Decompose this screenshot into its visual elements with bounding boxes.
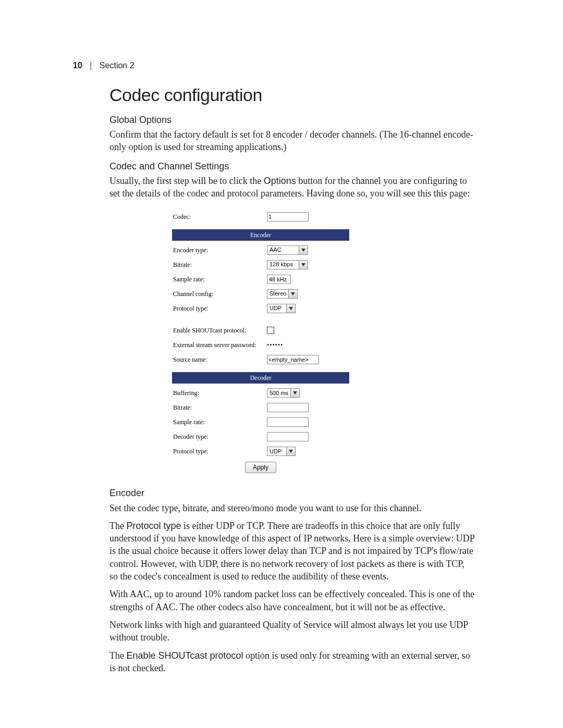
channel-config-select[interactable]: Stereo	[267, 289, 298, 299]
text: Usually, the first step will be to click…	[109, 176, 264, 186]
ext-password-value: ••••••	[267, 341, 283, 349]
page-header: 10 | Section 2	[73, 60, 134, 71]
decoder-buffering-select[interactable]: 500 ms	[267, 388, 300, 398]
svg-marker-2	[291, 292, 295, 295]
label-encoder-type: Encoder type:	[173, 246, 267, 254]
para-encoder-2: The Protocol type is either UDP or TCP. …	[109, 520, 474, 583]
heading-codec-channel: Codec and Channel Settings	[109, 160, 474, 172]
label-decoder-samplerate: Sample rate:	[173, 418, 267, 426]
para-encoder-1: Set the codec type, bitrate, and stereo/…	[109, 502, 474, 514]
row-decoder-bitrate: Bitrate:	[172, 400, 349, 415]
para-global-options: Confirm that the factory default is set …	[109, 128, 474, 154]
row-decoder-buffering: Buffering: 500 ms	[172, 386, 349, 400]
encoder-type-select[interactable]: AAC	[267, 245, 308, 255]
encoder-samplerate-value: 48 kHz	[267, 275, 291, 284]
svg-marker-4	[293, 391, 297, 394]
shoutcast-option-ref: Enable SHOUTcast protocol	[126, 650, 243, 661]
label-source-name: Source name:	[173, 355, 267, 364]
chevron-down-icon	[299, 261, 308, 269]
codec-options-form: Codec: Encoder Encoder type: AAC Bitrate…	[172, 209, 349, 475]
encoder-bitrate-value: 128 kbps	[267, 261, 299, 268]
chevron-down-icon	[286, 447, 295, 455]
label-channel-config: Channel config:	[173, 290, 267, 298]
decoder-section-header: Decoder	[172, 372, 349, 384]
decoder-buffering-value: 500 ms	[267, 389, 290, 397]
row-decoder-type: Decoder type:	[172, 429, 349, 444]
row-encoder-samplerate: Sample rate: 48 kHz	[172, 272, 349, 287]
label-encoder-bitrate: Bitrate:	[173, 261, 267, 269]
row-encoder-protocol: Protocol type: UDP	[172, 301, 349, 316]
row-ext-password: External stream server password: ••••••	[172, 338, 349, 352]
encoder-bitrate-select[interactable]: 128 kbps	[267, 260, 308, 269]
channel-config-value: Stereo	[267, 290, 288, 298]
row-decoder-protocol: Protocol type: UDP	[172, 444, 349, 459]
shoutcast-checkbox[interactable]	[267, 327, 274, 334]
header-separator: |	[90, 60, 92, 71]
row-decoder-samplerate: Sample rate:	[172, 415, 349, 429]
label-decoder-buffering: Buffering:	[173, 389, 267, 397]
row-codec: Codec:	[172, 209, 349, 224]
text: The	[109, 650, 126, 661]
codec-input[interactable]	[267, 212, 309, 221]
label-encoder-protocol: Protocol type:	[173, 304, 267, 313]
para-codec-channel: Usually, the first step will be to click…	[109, 175, 474, 200]
decoder-protocol-value: UDP	[267, 448, 286, 455]
content-body: Codec configuration Global Options Confi…	[109, 83, 474, 674]
chevron-down-icon	[290, 389, 299, 397]
svg-marker-1	[301, 263, 305, 266]
row-shoutcast: Enable SHOUTcast protocol:	[172, 323, 349, 338]
label-ext-password: External stream server password:	[173, 341, 267, 349]
row-channel-config: Channel config: Stereo	[172, 287, 349, 301]
encoder-protocol-select[interactable]: UDP	[267, 304, 296, 313]
page-number: 10	[73, 61, 82, 70]
label-codec: Codec:	[173, 213, 267, 221]
label-shoutcast: Enable SHOUTcast protocol:	[173, 326, 267, 335]
row-source-name: Source name:	[172, 352, 349, 367]
label-decoder-type: Decoder type:	[173, 433, 267, 441]
encoder-protocol-value: UDP	[267, 304, 286, 312]
svg-marker-0	[301, 249, 305, 252]
para-encoder-4: Network links with high and guaranteed Q…	[109, 619, 474, 644]
label-decoder-bitrate: Bitrate:	[173, 403, 267, 412]
decoder-samplerate-input[interactable]	[267, 417, 309, 427]
decoder-protocol-select[interactable]: UDP	[267, 447, 296, 456]
document-page: 10 | Section 2 Codec configuration Globa…	[0, 0, 563, 728]
page-title: Codec configuration	[109, 83, 474, 107]
heading-encoder: Encoder	[109, 487, 474, 499]
source-name-input[interactable]	[267, 355, 319, 364]
section-label: Section 2	[100, 61, 134, 70]
encoder-type-value: AAC	[267, 246, 299, 254]
label-encoder-samplerate: Sample rate:	[173, 275, 267, 283]
para-encoder-5: The Enable SHOUTcast protocol option is …	[109, 649, 474, 675]
svg-marker-5	[289, 450, 293, 453]
chevron-down-icon	[288, 290, 297, 298]
options-button-ref: Options	[264, 176, 296, 186]
heading-global-options: Global Options	[109, 114, 474, 126]
apply-button[interactable]: Apply	[245, 462, 276, 473]
svg-marker-3	[289, 307, 293, 310]
label-decoder-protocol: Protocol type:	[173, 447, 267, 455]
decoder-bitrate-input[interactable]	[267, 403, 309, 412]
row-encoder-type: Encoder type: AAC	[172, 243, 349, 257]
encoder-section-header: Encoder	[172, 229, 349, 241]
para-encoder-3: With AAC, up to around 10% random packet…	[109, 588, 474, 613]
chevron-down-icon	[299, 246, 308, 254]
chevron-down-icon	[286, 304, 295, 313]
protocol-type-ref: Protocol type	[126, 521, 181, 531]
text: The	[109, 521, 126, 531]
row-encoder-bitrate: Bitrate: 128 kbps	[172, 257, 349, 272]
decoder-type-input[interactable]	[267, 432, 309, 441]
